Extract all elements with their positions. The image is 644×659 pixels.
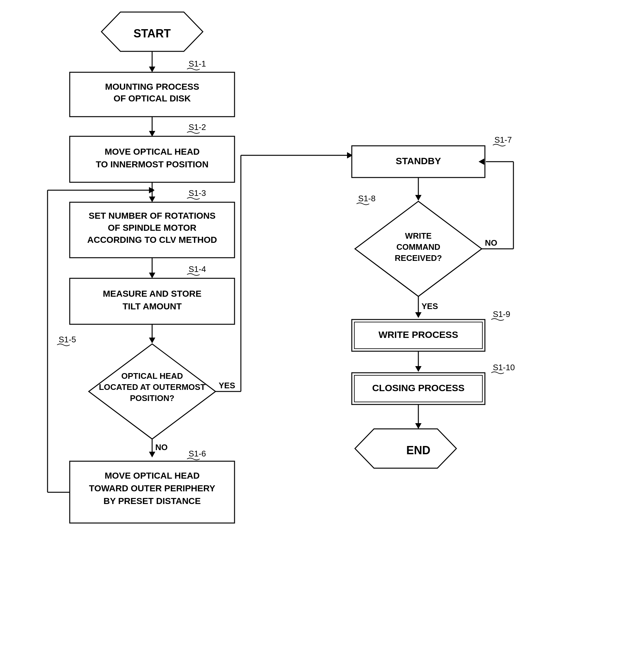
svg-text:WRITE PROCESS: WRITE PROCESS bbox=[378, 330, 458, 340]
svg-text:OF OPTICAL DISK: OF OPTICAL DISK bbox=[113, 93, 191, 103]
flowchart: START S1-1 MOUNTING PROCESS OF OPTICAL D… bbox=[0, 0, 644, 659]
svg-text:MOVE OPTICAL HEAD: MOVE OPTICAL HEAD bbox=[105, 471, 200, 480]
svg-text:WRITE: WRITE bbox=[405, 231, 432, 241]
svg-text:END: END bbox=[406, 444, 430, 457]
svg-text:TO INNERMOST POSITION: TO INNERMOST POSITION bbox=[96, 159, 209, 169]
svg-marker-75 bbox=[415, 366, 421, 372]
svg-text:ACCORDING TO CLV METHOD: ACCORDING TO CLV METHOD bbox=[87, 235, 217, 245]
svg-text:MEASURE AND STORE: MEASURE AND STORE bbox=[103, 289, 201, 299]
flowchart-svg: START S1-1 MOUNTING PROCESS OF OPTICAL D… bbox=[0, 0, 644, 659]
svg-text:S1-1: S1-1 bbox=[189, 59, 206, 68]
svg-text:SET NUMBER OF ROTATIONS: SET NUMBER OF ROTATIONS bbox=[89, 211, 215, 221]
svg-text:NO: NO bbox=[485, 238, 497, 248]
svg-text:RECEIVED?: RECEIVED? bbox=[395, 253, 442, 263]
svg-marker-29 bbox=[149, 338, 155, 343]
svg-text:S1-4: S1-4 bbox=[189, 264, 206, 274]
svg-text:TILT AMOUNT: TILT AMOUNT bbox=[123, 301, 182, 311]
svg-text:YES: YES bbox=[421, 301, 438, 311]
svg-marker-3 bbox=[149, 67, 155, 72]
svg-text:S1-6: S1-6 bbox=[189, 449, 206, 458]
svg-text:START: START bbox=[133, 27, 170, 40]
svg-text:S1-5: S1-5 bbox=[59, 335, 76, 344]
svg-text:OPTICAL HEAD: OPTICAL HEAD bbox=[121, 371, 183, 381]
svg-marker-68 bbox=[415, 312, 421, 318]
svg-text:S1-3: S1-3 bbox=[189, 188, 206, 198]
svg-text:LOCATED AT OUTERMOST: LOCATED AT OUTERMOST bbox=[99, 382, 205, 392]
svg-text:POSITION?: POSITION? bbox=[130, 393, 174, 403]
svg-marker-15 bbox=[149, 197, 155, 202]
svg-text:BY PRESET DISTANCE: BY PRESET DISTANCE bbox=[103, 496, 201, 506]
svg-text:S1-9: S1-9 bbox=[493, 310, 510, 319]
svg-text:S1-7: S1-7 bbox=[495, 135, 512, 144]
svg-text:CLOSING PROCESS: CLOSING PROCESS bbox=[372, 383, 465, 393]
svg-marker-41 bbox=[149, 452, 155, 457]
svg-text:MOUNTING PROCESS: MOUNTING PROCESS bbox=[105, 82, 199, 92]
svg-marker-23 bbox=[149, 273, 155, 278]
svg-text:TOWARD OUTER PERIPHERY: TOWARD OUTER PERIPHERY bbox=[89, 483, 215, 493]
svg-text:S1-2: S1-2 bbox=[189, 122, 206, 132]
svg-text:MOVE OPTICAL HEAD: MOVE OPTICAL HEAD bbox=[105, 147, 200, 157]
svg-text:S1-10: S1-10 bbox=[493, 363, 515, 372]
svg-marker-81 bbox=[415, 423, 421, 429]
svg-text:COMMAND: COMMAND bbox=[396, 242, 440, 252]
svg-text:OF SPINDLE MOTOR: OF SPINDLE MOTOR bbox=[108, 223, 197, 233]
svg-text:STANDBY: STANDBY bbox=[396, 156, 441, 166]
svg-marker-9 bbox=[149, 131, 155, 137]
svg-text:S1-8: S1-8 bbox=[358, 194, 375, 203]
svg-marker-56 bbox=[415, 195, 421, 201]
svg-marker-82 bbox=[355, 429, 456, 468]
svg-text:NO: NO bbox=[155, 442, 168, 452]
svg-text:YES: YES bbox=[219, 381, 235, 390]
